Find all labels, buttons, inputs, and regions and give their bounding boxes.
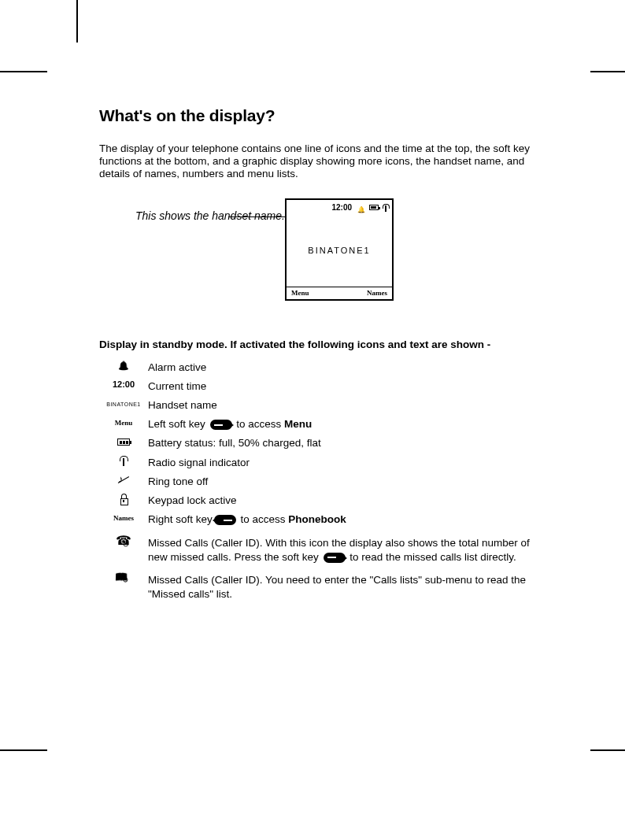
bell-icon bbox=[118, 361, 129, 370]
antenna-icon bbox=[120, 456, 128, 467]
desc-handset: Handset name bbox=[148, 396, 548, 415]
phone-screen: 12:00 BINATONE1 Menu Names bbox=[285, 198, 394, 301]
crop-mark bbox=[590, 749, 625, 751]
row-leftsoft: Menu Left soft key to access Menu bbox=[99, 415, 548, 434]
menu-label: Menu bbox=[115, 419, 133, 427]
battery-icon bbox=[117, 439, 130, 446]
crop-mark bbox=[0, 71, 47, 72]
row-alarm: Alarm active bbox=[99, 358, 548, 377]
phone-missed-icon bbox=[116, 536, 131, 550]
row-radio: Radio signal indicator bbox=[99, 453, 548, 472]
screen-softkey-bar: Menu Names bbox=[287, 287, 392, 299]
softkey-left-icon bbox=[210, 420, 232, 430]
screen-right-softkey: Names bbox=[367, 289, 387, 297]
desc-missed-2: Missed Calls (Caller ID). You need to en… bbox=[148, 567, 548, 604]
icon-legend-table: Alarm active 12:00 Current time BINATONE… bbox=[99, 358, 548, 605]
desc-ringoff: Ring tone off bbox=[148, 472, 548, 491]
desc-rightsoft: Right soft key to access Phonebook bbox=[148, 510, 548, 529]
lock-icon bbox=[120, 494, 128, 505]
page-content: What's on the display? The display of yo… bbox=[99, 106, 548, 604]
desc-radio: Radio signal indicator bbox=[148, 453, 548, 472]
subheading: Display in standby mode. If activated th… bbox=[99, 339, 548, 350]
page-title: What's on the display? bbox=[99, 106, 548, 125]
ringtone-off-icon bbox=[117, 475, 130, 486]
row-lock: Keypad lock active bbox=[99, 491, 548, 510]
softkey-right-icon bbox=[214, 515, 236, 525]
screen-handset-name: BINATONE1 bbox=[287, 246, 392, 255]
desc-battery: Battery status: full, 50% charged, flat bbox=[148, 434, 548, 453]
desc-leftsoft: Left soft key to access Menu bbox=[148, 415, 548, 434]
row-ringoff: Ring tone off bbox=[99, 472, 548, 491]
callslist-icon bbox=[116, 573, 131, 586]
softkey-left-icon bbox=[324, 553, 346, 563]
desc-lock: Keypad lock active bbox=[148, 491, 548, 510]
screen-time: 12:00 bbox=[331, 203, 352, 212]
handset-label: BINATONE1 bbox=[106, 401, 141, 407]
screen-status-bar: 12:00 bbox=[287, 200, 392, 214]
crop-mark bbox=[590, 71, 625, 72]
screen-left-softkey: Menu bbox=[291, 289, 309, 297]
row-rightsoft: Names Right soft key to access Phonebook bbox=[99, 510, 548, 529]
desc-missed-1: Missed Calls (Caller ID). With this icon… bbox=[148, 530, 548, 567]
row-handset: BINATONE1 Handset name bbox=[99, 396, 548, 415]
names-label: Names bbox=[113, 514, 134, 522]
battery-icon bbox=[369, 205, 379, 210]
time-label: 12:00 bbox=[113, 379, 135, 389]
row-battery: Battery status: full, 50% charged, flat bbox=[99, 434, 548, 453]
bell-icon bbox=[357, 201, 365, 215]
desc-alarm: Alarm active bbox=[148, 358, 548, 377]
row-time: 12:00 Current time bbox=[99, 377, 548, 396]
crop-mark bbox=[76, 0, 78, 43]
crop-mark bbox=[0, 749, 47, 751]
row-missed-calls-1: Missed Calls (Caller ID). With this icon… bbox=[99, 530, 548, 567]
callout-line bbox=[228, 216, 291, 218]
row-missed-calls-2: Missed Calls (Caller ID). You need to en… bbox=[99, 567, 548, 604]
desc-time: Current time bbox=[148, 377, 548, 396]
display-diagram: This shows the handset name. 12:00 BINAT… bbox=[128, 198, 548, 316]
antenna-icon bbox=[383, 204, 389, 212]
intro-paragraph: The display of your telephone contains o… bbox=[99, 142, 548, 181]
